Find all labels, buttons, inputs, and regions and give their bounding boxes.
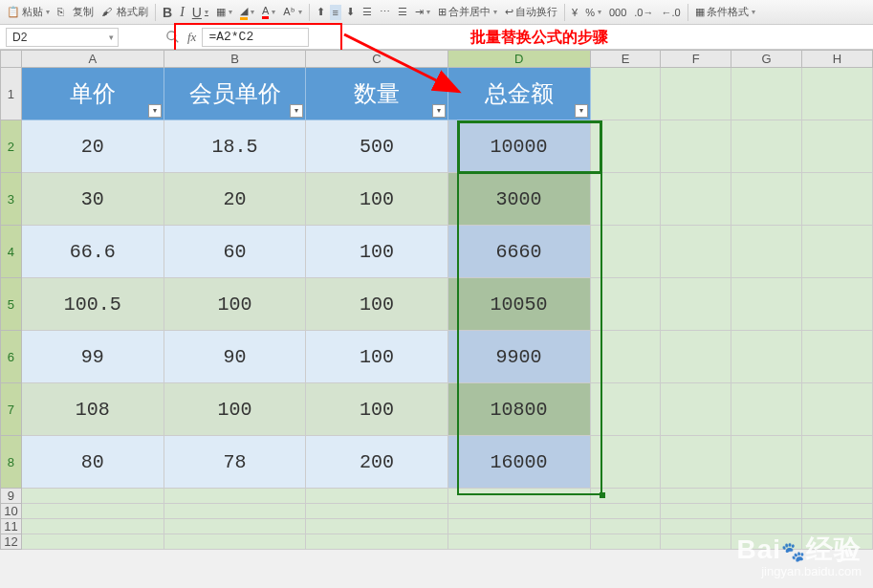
cell-C7[interactable]: 100 <box>306 383 447 436</box>
cell-B1[interactable]: 会员单价▾ <box>164 68 306 120</box>
indent-button[interactable]: ⇥ <box>412 4 433 20</box>
cell-C9[interactable] <box>306 489 447 504</box>
inc-decimal-button[interactable]: .0→ <box>631 5 656 20</box>
spreadsheet-grid[interactable]: A B C D E F G H 1 单价▾ 会员单价▾ 数量▾ 总金额▾ 2 2… <box>0 50 873 550</box>
cell-D10[interactable] <box>447 504 590 519</box>
cell-F12[interactable] <box>661 534 731 550</box>
cell-E4[interactable] <box>590 226 661 278</box>
cell-C10[interactable] <box>306 504 447 519</box>
cell-C8[interactable]: 200 <box>306 436 447 489</box>
col-header-F[interactable]: F <box>661 51 731 68</box>
cell-F8[interactable] <box>661 436 731 489</box>
filter-button[interactable]: ▾ <box>575 104 588 118</box>
cell-H6[interactable] <box>802 331 873 383</box>
cell-B3[interactable]: 20 <box>164 173 306 226</box>
filter-button[interactable]: ▾ <box>148 104 162 118</box>
cell-G1[interactable] <box>731 68 802 120</box>
formula-input[interactable] <box>202 28 309 47</box>
cell-D3[interactable]: 3000 <box>447 173 590 226</box>
row-header-10[interactable]: 10 <box>1 504 22 519</box>
cell-D6[interactable]: 9900 <box>447 331 590 383</box>
cell-A5[interactable]: 100.5 <box>21 278 164 331</box>
cell-D9[interactable] <box>447 489 590 504</box>
cell-C6[interactable]: 100 <box>306 331 447 383</box>
cell-D5[interactable]: 10050 <box>447 278 590 331</box>
cell-C12[interactable] <box>306 534 447 550</box>
cell-D4[interactable]: 6660 <box>447 226 590 278</box>
wrap-text-button[interactable]: ↩ 自动换行 <box>502 3 560 21</box>
cell-A9[interactable] <box>21 489 164 504</box>
cell-H2[interactable] <box>802 120 873 173</box>
cell-B8[interactable]: 78 <box>164 436 306 489</box>
row-header-11[interactable]: 11 <box>1 519 22 534</box>
cell-H4[interactable] <box>802 226 873 278</box>
cell-G4[interactable] <box>731 226 802 278</box>
cell-G9[interactable] <box>731 489 802 504</box>
cell-B9[interactable] <box>164 489 306 504</box>
row-header-3[interactable]: 3 <box>1 173 22 226</box>
col-header-D[interactable]: D <box>447 51 590 68</box>
row-header-2[interactable]: 2 <box>1 120 22 173</box>
select-all-corner[interactable] <box>1 51 22 68</box>
cell-H3[interactable] <box>802 173 873 226</box>
cell-E6[interactable] <box>590 331 661 383</box>
cell-A2[interactable]: 20 <box>21 120 164 173</box>
align-bottom-button[interactable]: ⬇ <box>343 4 358 20</box>
format-painter-button[interactable]: 🖌 格式刷 <box>98 3 151 21</box>
paste-button[interactable]: 📋 粘贴 <box>4 3 53 21</box>
cell-E7[interactable] <box>590 383 661 436</box>
cell-C5[interactable]: 100 <box>306 278 447 331</box>
cell-C11[interactable] <box>306 519 447 534</box>
cell-A10[interactable] <box>21 504 164 519</box>
row-header-4[interactable]: 4 <box>1 226 22 278</box>
cell-C4[interactable]: 100 <box>306 226 447 278</box>
bold-button[interactable]: B <box>160 3 175 22</box>
cell-G3[interactable] <box>731 173 802 226</box>
font-color-button[interactable]: A <box>259 3 278 21</box>
cell-F5[interactable] <box>661 278 731 331</box>
cell-A4[interactable]: 66.6 <box>21 226 164 278</box>
cell-H7[interactable] <box>802 383 873 436</box>
cell-B4[interactable]: 60 <box>164 226 306 278</box>
cell-A7[interactable]: 108 <box>21 383 164 436</box>
cell-E5[interactable] <box>590 278 661 331</box>
italic-button[interactable]: I <box>177 3 187 22</box>
cell-C1[interactable]: 数量▾ <box>306 68 447 120</box>
copy-button[interactable]: ⎘ 复制 <box>55 3 97 21</box>
comma-button[interactable]: 000 <box>606 5 629 20</box>
cell-E11[interactable] <box>590 519 661 534</box>
cell-H9[interactable] <box>802 489 873 504</box>
cell-F3[interactable] <box>661 173 731 226</box>
cell-A12[interactable] <box>21 534 164 550</box>
cell-F7[interactable] <box>661 383 731 436</box>
cell-G2[interactable] <box>731 120 802 173</box>
cell-A6[interactable]: 99 <box>21 331 164 383</box>
conditional-format-button[interactable]: ▦ 条件格式 <box>692 3 758 21</box>
cell-H8[interactable] <box>802 436 873 489</box>
cell-D8[interactable]: 16000 <box>447 436 590 489</box>
cell-D2[interactable]: 10000 <box>447 120 590 173</box>
cell-G12[interactable] <box>731 534 802 550</box>
fill-handle[interactable] <box>600 492 605 498</box>
cell-F9[interactable] <box>661 489 731 504</box>
cell-E8[interactable] <box>590 436 661 489</box>
cell-F6[interactable] <box>661 331 731 383</box>
cell-A3[interactable]: 30 <box>21 173 164 226</box>
cell-G5[interactable] <box>731 278 802 331</box>
cell-F4[interactable] <box>661 226 731 278</box>
cell-B10[interactable] <box>164 504 306 519</box>
cell-A11[interactable] <box>21 519 164 534</box>
cell-F2[interactable] <box>661 120 731 173</box>
col-header-H[interactable]: H <box>802 51 873 68</box>
row-header-7[interactable]: 7 <box>1 383 22 436</box>
cell-G11[interactable] <box>731 519 802 534</box>
cell-G6[interactable] <box>731 331 802 383</box>
dec-decimal-button[interactable]: ←.0 <box>658 5 683 20</box>
row-header-9[interactable]: 9 <box>1 489 22 504</box>
filter-button[interactable]: ▾ <box>290 104 303 118</box>
row-header-5[interactable]: 5 <box>1 278 22 331</box>
cell-H10[interactable] <box>802 504 873 519</box>
align-middle-button[interactable]: ≡ <box>330 5 341 20</box>
magnify-icon[interactable] <box>164 29 182 46</box>
cell-B2[interactable]: 18.5 <box>164 120 306 173</box>
